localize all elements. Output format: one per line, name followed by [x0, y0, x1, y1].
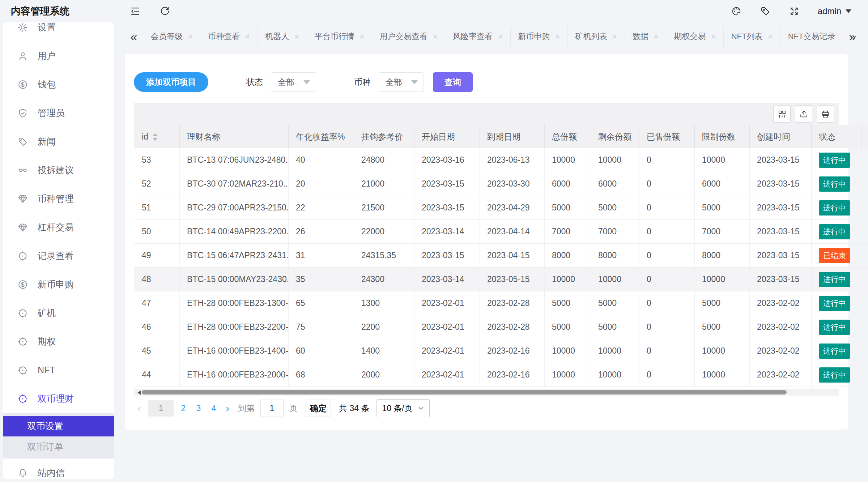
cell-id: 48 [134, 268, 180, 291]
tab[interactable]: 用户交易查看× [372, 26, 445, 47]
page-link[interactable]: 3 [191, 400, 206, 417]
sidebar-subitem-双币设置[interactable]: 双币设置 [3, 416, 114, 436]
column-header-总份额: 总份额 [545, 125, 591, 148]
horizontal-scrollbar[interactable] [134, 389, 839, 396]
cell-ref_price: 24300 [354, 268, 414, 291]
tab-label: NFT列表 [731, 31, 763, 42]
tabs-scroll-left-icon[interactable]: « [125, 30, 143, 44]
close-icon[interactable]: × [360, 32, 364, 41]
tab[interactable]: NFT列表× [724, 26, 780, 47]
gear-icon [17, 22, 28, 33]
cell-type: put [861, 291, 868, 315]
next-page-icon[interactable]: › [226, 402, 229, 414]
status-filter-label: 状态 [246, 77, 263, 88]
total-count: 共 34 条 [339, 403, 369, 414]
sidebar-subitem-双币订单[interactable]: 双币订单 [3, 436, 114, 457]
status-badge: 进行中 [819, 320, 850, 335]
fullscreen-icon[interactable] [789, 6, 800, 17]
tab[interactable]: 平台币行情× [307, 26, 372, 47]
sidebar-item-新币申购[interactable]: 新币申购 [3, 270, 114, 299]
cell-name: ETH-28 00:00FEB23-2200-C [180, 315, 289, 339]
tab[interactable]: 数据× [625, 26, 666, 47]
content-card: 添加双币项目 状态 全部 币种 全部 查询 id理财名称年化收益率%挂钩参考价开… [125, 54, 848, 430]
sidebar-item-杠杆交易[interactable]: 杠杆交易 [3, 213, 114, 242]
cell-id: 47 [134, 291, 180, 315]
goto-page-input[interactable] [260, 400, 284, 417]
theme-palette-icon[interactable] [731, 6, 742, 17]
column-filter-icon[interactable] [773, 105, 791, 123]
status-badge: 进行中 [819, 200, 850, 216]
sort-icon[interactable] [153, 133, 158, 141]
sidebar-item-投拆建议[interactable]: 投拆建议 [3, 156, 114, 184]
prev-page-icon[interactable]: ‹ [137, 402, 141, 414]
sidebar-item-管理员[interactable]: 管理员 [3, 99, 114, 127]
cell-total: 10000 [545, 268, 591, 291]
cell-start: 2023-02-01 [414, 363, 480, 387]
cell-limit: 5000 [695, 291, 750, 315]
cell-name: ETH-16 00:00FEB23-1400-P [180, 339, 289, 363]
collapse-sidebar-icon[interactable] [129, 5, 141, 17]
tab[interactable]: NFT交易记录 [780, 26, 843, 47]
tab[interactable]: 矿机列表× [568, 26, 625, 47]
cell-ref_price: 1400 [354, 339, 414, 363]
sidebar-item-设置[interactable]: 设置 [3, 22, 114, 42]
tab[interactable]: 币种查看× [200, 26, 258, 47]
shield-icon [17, 108, 28, 119]
page-link[interactable]: 2 [176, 400, 191, 417]
close-icon[interactable]: × [556, 32, 560, 41]
sidebar-item-用户[interactable]: 用户 [3, 42, 114, 70]
page-link[interactable]: 4 [206, 400, 221, 417]
sidebar-item-记录查看[interactable]: 记录查看 [3, 242, 114, 270]
sidebar-item-钱包[interactable]: 钱包 [3, 70, 114, 99]
close-icon[interactable]: × [295, 32, 299, 41]
refresh-icon[interactable] [159, 5, 171, 17]
cell-total: 5000 [545, 196, 591, 220]
print-icon[interactable] [817, 105, 834, 123]
cell-status: 进行中 [812, 268, 861, 291]
tab[interactable]: 期权交易× [666, 26, 723, 47]
sidebar-item-期权[interactable]: 期权 [3, 327, 114, 356]
sidebar-item-新闻[interactable]: 新闻 [3, 127, 114, 156]
sidebar-item-矿机[interactable]: 矿机 [3, 299, 114, 327]
sidebar-item-NFT[interactable]: NFT [3, 356, 114, 384]
diamond-icon [17, 193, 28, 204]
page-size-select[interactable]: 10 条/页 [376, 399, 429, 417]
cell-id: 45 [134, 339, 180, 363]
current-page[interactable]: 1 [148, 400, 174, 417]
confirm-page-button[interactable]: 确定 [306, 400, 331, 417]
column-header-id[interactable]: id [134, 125, 180, 148]
tag-icon [17, 136, 28, 147]
coin-select[interactable]: 全部 [379, 72, 424, 92]
close-icon[interactable]: × [711, 32, 715, 41]
close-icon[interactable]: × [433, 32, 437, 41]
user-icon [17, 51, 28, 61]
close-icon[interactable]: × [188, 32, 192, 41]
sidebar-item-币种管理[interactable]: 币种管理 [3, 184, 114, 213]
tab[interactable]: 新币申购× [511, 26, 568, 47]
column-header-开始日期: 开始日期 [414, 125, 480, 148]
sidebar-item-双币理财[interactable]: 双币理财 [3, 384, 114, 413]
user-menu[interactable]: admin [818, 6, 851, 16]
cell-created: 2023-03-15 [750, 220, 812, 244]
cell-rate: 40 [289, 148, 354, 172]
cell-limit: 8000 [695, 244, 750, 268]
tabs-menu-chevron-icon[interactable] [848, 32, 859, 42]
cell-ref_price: 24800 [354, 148, 414, 172]
scrollbar-thumb[interactable] [142, 390, 787, 394]
tab[interactable]: 风险率查看× [445, 26, 510, 47]
search-button[interactable]: 查询 [433, 72, 473, 92]
close-icon[interactable]: × [498, 32, 502, 41]
tab[interactable]: 会员等级× [143, 26, 200, 47]
close-icon[interactable]: × [768, 32, 772, 41]
close-icon[interactable]: × [613, 32, 617, 41]
tab[interactable]: 机器人× [258, 26, 307, 47]
add-dual-project-button[interactable]: 添加双币项目 [134, 72, 208, 92]
sidebar-submenu: 双币设置双币订单 [3, 413, 114, 458]
export-icon[interactable] [795, 105, 812, 123]
status-select[interactable]: 全部 [271, 72, 316, 92]
tag-icon[interactable] [760, 6, 771, 17]
close-icon[interactable]: × [245, 32, 250, 41]
close-icon[interactable]: × [654, 32, 658, 41]
scroll-left-arrow-icon[interactable] [135, 391, 141, 395]
sidebar-item-站内信[interactable]: 站内信 [3, 458, 114, 479]
